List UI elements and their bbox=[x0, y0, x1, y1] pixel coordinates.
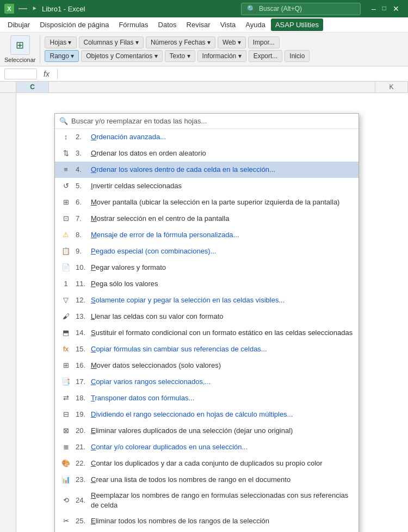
dropdown-item-2[interactable]: ↕2. Ordenación avanzada... bbox=[55, 129, 358, 145]
ribbon-export[interactable]: Export... bbox=[249, 50, 283, 62]
minimize-btn[interactable]: – bbox=[372, 4, 376, 13]
dropdown-item-22[interactable]: 🎨22. Contar los duplicados y dar a cada … bbox=[55, 455, 358, 472]
ribbon-texto[interactable]: Texto ▾ bbox=[165, 50, 195, 62]
dropdown-item-21[interactable]: ≣21. Contar y/o colorear duplicados en u… bbox=[55, 439, 358, 455]
title-bar-center: Libro1 - Excel bbox=[38, 5, 241, 13]
dropdown-item-24[interactable]: ⟲24. Reemplazar los nombres de rango en … bbox=[55, 488, 358, 513]
item-text-6: Mostrar selección en el centro de la pan… bbox=[91, 214, 229, 224]
ribbon-rango[interactable]: Rango ▾ bbox=[45, 50, 79, 62]
dropdown-item-12[interactable]: ▽12. Solamente copiar y pegar la selecci… bbox=[55, 292, 358, 308]
item-icon-15: ⊞ bbox=[60, 360, 71, 371]
ribbon-web[interactable]: Web ▾ bbox=[218, 36, 246, 48]
item-num-13: 14. bbox=[76, 328, 90, 338]
item-icon-19: ⊠ bbox=[60, 425, 71, 436]
select-button[interactable]: ⊞ bbox=[10, 35, 30, 55]
item-icon-7: ⚠ bbox=[60, 230, 71, 240]
item-num-3: 4. bbox=[76, 165, 90, 175]
title-bar-left: X ‣ bbox=[4, 3, 38, 15]
close-btn[interactable]: ✕ bbox=[393, 4, 399, 13]
row-numbers bbox=[0, 93, 16, 532]
dropdown-items: ↕2. Ordenación avanzada...⇅3. Ordenar lo… bbox=[55, 129, 358, 532]
dropdown-item-26[interactable]: ✂26. Eliminar todos los nombres de rango… bbox=[55, 529, 358, 532]
menu-disposicion[interactable]: Disposición de página bbox=[35, 18, 113, 31]
item-num-20: 21. bbox=[76, 442, 90, 452]
menu-revisar[interactable]: Revisar bbox=[182, 18, 215, 31]
dropdown-item-16[interactable]: ⊞16. Mover datos seleccionados (solo val… bbox=[55, 357, 358, 374]
item-icon-18: ⊟ bbox=[60, 409, 71, 420]
window-controls: – □ ✕ bbox=[372, 4, 399, 13]
dropdown-item-18[interactable]: ⇄18. Transponer datos con fórmulas... bbox=[55, 390, 358, 406]
menu-vista[interactable]: Vista bbox=[216, 18, 240, 31]
item-text-14: Copiar fórmulas sin cambiar sus referenc… bbox=[91, 344, 267, 354]
sheet-area: C K 🔍 Buscar y/o reemplazar en todas las… bbox=[0, 82, 408, 532]
maximize-btn[interactable]: □ bbox=[382, 4, 386, 13]
item-num-1: 2. bbox=[76, 132, 90, 142]
col-headers: C K bbox=[0, 82, 408, 93]
ribbon-numeros[interactable]: Números y Fechas ▾ bbox=[146, 36, 215, 48]
fx-label: fx bbox=[44, 70, 50, 78]
title-bar: X ‣ Libro1 - Excel 🔍 Buscar (Alt+Q) – □ … bbox=[0, 0, 408, 17]
item-icon-12: 🖌 bbox=[60, 311, 71, 322]
dropdown-item-5[interactable]: ↺5. Invertir celdas seleccionadas bbox=[55, 178, 358, 194]
item-num-11: 12. bbox=[76, 295, 90, 305]
formula-input[interactable] bbox=[65, 70, 404, 78]
item-text-3: Ordenar los valores dentro de cada celda… bbox=[91, 165, 275, 175]
ribbon-objetos[interactable]: Objetos y Comentarios ▾ bbox=[81, 50, 162, 62]
item-text-23: Reemplazar los nombres de rango en formu… bbox=[91, 491, 353, 510]
dropdown-item-19[interactable]: ⊟19. Dividiendo el rango seleccionado en… bbox=[55, 406, 358, 423]
ribbon-inicio[interactable]: Inicio bbox=[285, 50, 310, 62]
dropdown-item-9[interactable]: 📋9. Pegado especial (con combinaciones).… bbox=[55, 243, 358, 259]
item-num-4: 5. bbox=[76, 181, 90, 191]
dropdown-menu: 🔍 Buscar y/o reemplazar en todas las hoj… bbox=[54, 113, 359, 532]
dropdown-item-10[interactable]: 📄10. Pegar valores y formato bbox=[55, 259, 358, 276]
item-icon-11: ▽ bbox=[60, 295, 71, 306]
item-text-1: Ordenación avanzada... bbox=[91, 132, 166, 142]
item-num-24: 25. bbox=[76, 516, 90, 526]
workbook-title: Libro1 - Excel bbox=[42, 5, 85, 13]
ribbon: ⊞ Seleccionar Hojas ▾ Columnas y Filas ▾… bbox=[0, 33, 408, 66]
name-box[interactable] bbox=[4, 69, 37, 79]
dropdown-search-icon: 🔍 bbox=[59, 117, 68, 125]
item-num-22: 23. bbox=[76, 475, 90, 485]
minimize-restore-icon[interactable]: ‣ bbox=[32, 3, 38, 15]
dropdown-item-8[interactable]: ⚠8. Mensaje de error de la fórmula perso… bbox=[55, 227, 358, 243]
search-box[interactable]: 🔍 Buscar (Alt+Q) bbox=[241, 3, 361, 15]
menu-datos[interactable]: Datos bbox=[154, 18, 181, 31]
dropdown-item-4[interactable]: ≡4. Ordenar los valores dentro de cada c… bbox=[55, 162, 358, 178]
item-text-16: Copiar varios rangos seleccionados,... bbox=[91, 377, 211, 387]
item-text-19: Eliminar valores duplicados de una selec… bbox=[91, 426, 293, 436]
dropdown-item-11[interactable]: 111. Pega sólo los valores bbox=[55, 276, 358, 292]
col-header-k: K bbox=[375, 82, 408, 92]
dropdown-item-17[interactable]: 📑17. Copiar varios rangos seleccionados,… bbox=[55, 374, 358, 390]
ribbon-informacion[interactable]: Información ▾ bbox=[197, 50, 246, 62]
dropdown-item-14[interactable]: ⬒14. Sustituir el formato condicional co… bbox=[55, 325, 358, 341]
menu-asap[interactable]: ASAP Utilities bbox=[271, 18, 323, 31]
dropdown-item-15[interactable]: fx15. Copiar fórmulas sin cambiar sus re… bbox=[55, 341, 358, 357]
ribbon-hojas[interactable]: Hojas ▾ bbox=[45, 36, 76, 48]
dropdown-item-7[interactable]: ⊡7. Mostrar selección en el centro de la… bbox=[55, 211, 358, 227]
item-icon-9: 📄 bbox=[60, 262, 71, 273]
menu-formulas[interactable]: Fórmulas bbox=[114, 18, 152, 31]
dropdown-item-6[interactable]: ⊞6. Mover pantalla (ubicar la selección … bbox=[55, 194, 358, 211]
item-num-21: 22. bbox=[76, 459, 90, 468]
item-num-14: 15. bbox=[76, 344, 90, 354]
item-text-17: Transponer datos con fórmulas... bbox=[91, 393, 194, 403]
item-num-8: 9. bbox=[76, 246, 90, 256]
item-icon-4: ↺ bbox=[60, 181, 71, 191]
dropdown-item-23[interactable]: 📊23. Crear una lista de todos los nombre… bbox=[55, 472, 358, 488]
item-num-17: 18. bbox=[76, 393, 90, 403]
item-text-15: Mover datos seleccionados (solo valores) bbox=[91, 361, 221, 370]
ribbon-columnas[interactable]: Columnas y Filas ▾ bbox=[79, 36, 144, 48]
item-text-2: Ordenar los datos en orden aleatorio bbox=[91, 149, 206, 158]
menu-ayuda[interactable]: Ayuda bbox=[241, 18, 270, 31]
item-icon-14: fx bbox=[60, 344, 71, 355]
item-icon-1: ↕ bbox=[60, 132, 71, 143]
ribbon-impor[interactable]: Impor... bbox=[248, 36, 280, 48]
menu-dibujar[interactable]: Dibujar bbox=[3, 18, 34, 31]
item-icon-16: 📑 bbox=[60, 376, 71, 387]
dropdown-item-13[interactable]: 🖌13. Llenar las celdas con su valor con … bbox=[55, 308, 358, 325]
dropdown-item-25[interactable]: ✂25. Eliminar todos los nombres de los r… bbox=[55, 513, 358, 529]
ribbon-buttons-group: Hojas ▾ Columnas y Filas ▾ Números y Fec… bbox=[45, 36, 310, 62]
dropdown-item-20[interactable]: ⊠20. Eliminar valores duplicados de una … bbox=[55, 423, 358, 439]
dropdown-item-3[interactable]: ⇅3. Ordenar los datos en orden aleatorio bbox=[55, 145, 358, 162]
